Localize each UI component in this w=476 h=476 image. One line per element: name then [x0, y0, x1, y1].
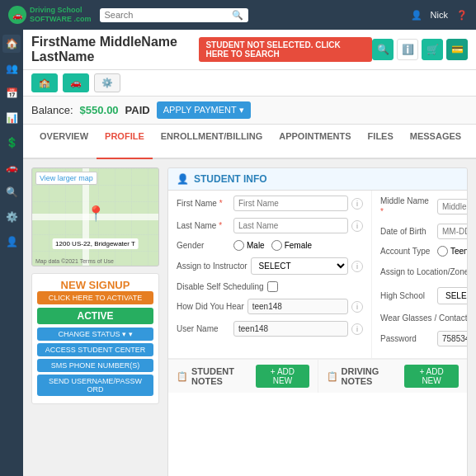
toolbar: 🏫 🚗 ⚙️: [23, 70, 476, 97]
sidebar-item-calendar[interactable]: 📅: [2, 84, 21, 102]
dob-input[interactable]: [437, 224, 468, 239]
student-notes-bar: 📋 STUDENT NOTES + ADD NEW: [168, 359, 318, 393]
account-type-label: Account Type: [380, 246, 434, 257]
sidebar-item-search[interactable]: 🔍: [2, 183, 21, 201]
map-marker: 📍: [87, 205, 105, 223]
tab-enrollment[interactable]: ENROLLMENT/BILLING: [153, 125, 271, 159]
sidebar-item-reports[interactable]: 📊: [2, 109, 21, 127]
form-col-left: First Name * i Last Name * i: [168, 191, 372, 358]
cart-btn[interactable]: 🛒: [422, 39, 443, 60]
search-btn[interactable]: 🔍: [372, 39, 394, 60]
main-content: FirstName MiddleName LastName STUDENT NO…: [23, 30, 476, 476]
map-footer: Map data ©2021 Terms of Use: [35, 258, 114, 264]
tab-profile[interactable]: PROFILE: [97, 125, 153, 159]
apply-payment-btn[interactable]: APPLY PAYMENT ▾: [157, 101, 251, 119]
driving-notes-bar: 📋 DRIVING NOTES + ADD NEW: [318, 359, 468, 393]
gender-label: Gender: [177, 240, 230, 251]
tab-appointments[interactable]: APPOINTMENTS: [271, 125, 359, 159]
tabs: OVERVIEW PROFILE ENROLLMENT/BILLING APPO…: [23, 125, 476, 159]
logo-text: Driving School SOFTWARE .com: [30, 6, 92, 24]
top-nav: 🚗 Driving School SOFTWARE .com 🔍 👤 Nick …: [0, 0, 476, 30]
form-grid: First Name * i Last Name * i: [168, 191, 467, 358]
tab-quiz[interactable]: QUIZ/TESTS: [469, 125, 476, 159]
balance-amount: $550.00: [80, 104, 119, 116]
last-name-input[interactable]: [233, 218, 348, 233]
change-status-btn[interactable]: CHANGE STATUS ▾: [37, 328, 153, 341]
student-alert[interactable]: STUDENT NOT SELECTED. CLICK HERE TO SEAR…: [199, 37, 372, 62]
high-school-label: High School: [380, 290, 434, 301]
send-password-btn[interactable]: SEND USERNAME/PASSW ORD: [37, 375, 153, 396]
logo-icon: 🚗: [8, 6, 26, 24]
middle-name-input[interactable]: [437, 199, 468, 214]
sidebar-item-user[interactable]: 👤: [2, 233, 21, 251]
account-teen-label[interactable]: Teen: [437, 246, 468, 257]
search-input[interactable]: [105, 10, 232, 20]
glasses-row: Wear Glasses / Contacts Yes ✓ No: [380, 311, 468, 324]
password-row: Password 758534472 👁: [380, 331, 468, 346]
header-bar: FirstName MiddleName LastName STUDENT NO…: [23, 30, 476, 70]
signup-box: NEW SIGNUP CLICK HERE TO ACTIVATE ACTIVE…: [31, 273, 159, 404]
activate-btn[interactable]: CLICK HERE TO ACTIVATE: [37, 291, 153, 304]
help-icon[interactable]: ❓: [456, 10, 468, 21]
how-hear-info[interactable]: i: [351, 301, 363, 313]
left-panel: View larger map 📍 1200 US-22, Bridgewate…: [31, 167, 159, 476]
last-name-info[interactable]: i: [351, 220, 363, 232]
glasses-label: Wear Glasses / Contacts: [380, 313, 468, 323]
student-name: FirstName MiddleName LastName: [31, 35, 192, 64]
tab-overview[interactable]: OVERVIEW: [31, 125, 97, 159]
disable-scheduling-row: Disable Self Scheduling: [177, 281, 363, 292]
gender-female-radio[interactable]: [271, 240, 282, 251]
access-student-btn[interactable]: ACCESS STUDENT CENTER: [37, 343, 153, 356]
sidebar-item-students[interactable]: 👥: [2, 59, 21, 78]
account-radio-group: Teen Adult: [437, 246, 468, 257]
last-name-row: Last Name * i: [177, 218, 363, 233]
tab-messages[interactable]: MESSAGES: [402, 125, 469, 159]
location-row: Assign to Location/Zone ITEM 1: [380, 263, 468, 280]
disable-checkbox-wrap: [267, 281, 278, 292]
how-hear-row: How Did You Hear teen148 i: [177, 299, 363, 314]
sidebar-item-settings[interactable]: ⚙️: [2, 208, 21, 226]
settings-tool-btn[interactable]: ⚙️: [94, 73, 120, 92]
first-name-row: First Name * i: [177, 196, 363, 211]
section-title: STUDENT INFO: [194, 173, 267, 185]
gender-radio-group: Male Female: [233, 240, 312, 251]
payment-btn[interactable]: 💳: [446, 39, 468, 60]
section-header: 👤 STUDENT INFO: [168, 168, 467, 191]
username-value: teen148: [233, 321, 348, 337]
disable-scheduling-checkbox[interactable]: [267, 281, 278, 292]
first-name-input[interactable]: [233, 196, 348, 211]
header-icons: 🔍 ℹ️ 🛒 💳: [372, 39, 468, 60]
user-icon: 👤: [411, 10, 422, 21]
gender-male-radio[interactable]: [233, 240, 244, 251]
sms-btn[interactable]: SMS PHONE NUMBER(S): [37, 359, 153, 372]
active-badge: ACTIVE: [37, 308, 153, 324]
sidebar-item-dollar[interactable]: 💲: [2, 134, 21, 152]
add-student-note-btn[interactable]: + ADD NEW: [256, 365, 309, 388]
account-teen-radio[interactable]: [437, 246, 448, 257]
dob-row: Date of Birth i: [380, 224, 468, 239]
tab-files[interactable]: FILES: [360, 125, 402, 159]
instructor-select[interactable]: SELECT: [251, 257, 348, 275]
map-link[interactable]: View larger map: [35, 172, 97, 185]
balance-bar: Balance: $550.00 PAID APPLY PAYMENT ▾: [23, 97, 476, 125]
car-tool-btn[interactable]: 🚗: [63, 73, 89, 92]
gender-row: Gender Male Female: [177, 240, 363, 251]
map-address: 1200 US-22, Bridgewater T: [52, 238, 139, 249]
sidebar-item-home[interactable]: 🏠: [2, 35, 21, 53]
location-label: Assign to Location/Zone: [380, 266, 468, 277]
driving-note-icon: 📋: [327, 371, 338, 382]
search-box[interactable]: 🔍: [100, 8, 248, 22]
username-info[interactable]: i: [351, 323, 363, 335]
notes-bar: 📋 STUDENT NOTES + ADD NEW 📋 DRIVING NOTE…: [168, 358, 467, 393]
driving-notes-label: 📋 DRIVING NOTES: [327, 366, 405, 386]
gender-male-label[interactable]: Male: [233, 240, 265, 251]
high-school-select[interactable]: SELECT: [437, 287, 468, 304]
instructor-info[interactable]: i: [351, 261, 363, 272]
school-btn[interactable]: 🏫: [31, 73, 58, 92]
sidebar-item-car[interactable]: 🚗: [2, 158, 21, 177]
gender-female-label[interactable]: Female: [271, 240, 312, 251]
info-btn[interactable]: ℹ️: [397, 39, 418, 60]
password-value: 758534472: [437, 331, 468, 346]
add-driving-note-btn[interactable]: + ADD NEW: [404, 365, 459, 388]
first-name-info[interactable]: i: [351, 198, 363, 210]
